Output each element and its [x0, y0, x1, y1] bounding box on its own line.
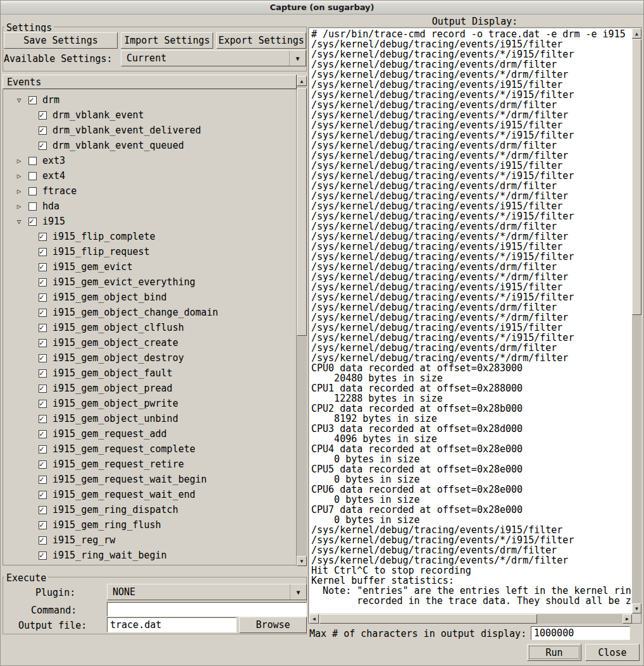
- output-vscrollbar-thumb[interactable]: [632, 39, 641, 315]
- dropdown-zone[interactable]: ▼: [289, 51, 306, 66]
- checkbox-i915_ring_wait_begin[interactable]: ✓: [39, 552, 47, 560]
- checkbox-i915_gem_ring_dispatch[interactable]: ✓: [39, 506, 47, 514]
- plugin-dropdown-zone[interactable]: ▼: [290, 584, 306, 600]
- tree-row-i915_gem_object_clflush[interactable]: ✓i915_gem_object_clflush: [3, 320, 296, 335]
- tree-row-drm_vblank_event_queued[interactable]: ✓drm_vblank_event_queued: [3, 138, 296, 153]
- checkbox-i915_flip_complete[interactable]: ✓: [39, 233, 47, 241]
- tree-row-i915_gem_object_create[interactable]: ✓i915_gem_object_create: [3, 335, 296, 350]
- checkbox-i915_gem_request_add[interactable]: ✓: [39, 430, 47, 438]
- checkbox-i915_gem_object_pread[interactable]: ✓: [39, 385, 47, 393]
- output-file-input[interactable]: [107, 617, 237, 632]
- checkbox-i915_gem_object_fault[interactable]: ✓: [39, 369, 47, 378]
- tree-row-i915_ring_wait_begin[interactable]: ✓i915_ring_wait_begin: [3, 548, 296, 563]
- import-settings-button[interactable]: Import Settings: [121, 32, 213, 49]
- output-hscrollbar[interactable]: ◀ ▶: [309, 614, 632, 624]
- checkbox-i915_gem_object_create[interactable]: ✓: [39, 339, 47, 347]
- checkbox-i915_gem_object_change_domain[interactable]: ✓: [39, 309, 47, 317]
- checkbox-ext4[interactable]: [28, 172, 37, 180]
- tree-row-ext4[interactable]: ▷ext4: [3, 168, 296, 183]
- expander-closed-icon[interactable]: ▷: [15, 172, 23, 180]
- checkbox-i915_gem_ring_flush[interactable]: ✓: [39, 521, 47, 529]
- tree-row-i915_gem_request_complete[interactable]: ✓i915_gem_request_complete: [3, 441, 296, 457]
- expander-open-icon[interactable]: ▽: [15, 96, 23, 104]
- checkbox-i915[interactable]: ✓: [28, 218, 37, 226]
- save-settings-button[interactable]: Save Settings: [4, 32, 118, 49]
- check-icon: ✓: [39, 110, 44, 120]
- checkbox-i915_gem_object_destroy[interactable]: ✓: [39, 354, 47, 362]
- tree-row-i915_gem_request_add[interactable]: ✓i915_gem_request_add: [3, 426, 296, 441]
- tree-row-i915_gem_object_fault[interactable]: ✓i915_gem_object_fault: [3, 366, 296, 381]
- tree-row-i915_gem_request_retire[interactable]: ✓i915_gem_request_retire: [3, 457, 296, 472]
- checkbox-i915_reg_rw[interactable]: ✓: [39, 536, 47, 545]
- tree-row-i915_gem_object_change_domain[interactable]: ✓i915_gem_object_change_domain: [3, 305, 296, 320]
- checkbox-i915_gem_evict_everything[interactable]: ✓: [39, 278, 47, 287]
- output-scroll-left-icon[interactable]: ◀: [309, 614, 319, 624]
- tree-row-i915_reg_rw[interactable]: ✓i915_reg_rw: [3, 533, 296, 548]
- checkbox-drm[interactable]: ✓: [28, 96, 37, 104]
- plugin-combo[interactable]: NONE ▼: [107, 584, 307, 600]
- checkbox-i915_gem_request_retire[interactable]: ✓: [39, 460, 47, 469]
- checkbox-i915_gem_request_complete[interactable]: ✓: [39, 445, 47, 453]
- expander-closed-icon[interactable]: ▷: [15, 157, 23, 165]
- output-scroll-right-icon[interactable]: ▶: [622, 614, 632, 624]
- tree-row-ext3[interactable]: ▷ext3: [3, 153, 296, 168]
- tree-row-i915_gem_evict_everything[interactable]: ✓i915_gem_evict_everything: [3, 274, 296, 290]
- max-chars-input[interactable]: [531, 626, 630, 640]
- checkbox-i915_gem_evict[interactable]: ✓: [39, 263, 47, 271]
- output-vscrollbar[interactable]: ▲ ▼: [632, 28, 641, 614]
- events-scrollbar[interactable]: ▲ ▼: [297, 76, 307, 566]
- tree-row-i915_flip_complete[interactable]: ✓i915_flip_complete: [3, 229, 296, 244]
- checkbox-i915_gem_object_unbind[interactable]: ✓: [39, 415, 47, 423]
- checkbox-i915_gem_object_clflush[interactable]: ✓: [39, 324, 47, 332]
- tree-row-i915[interactable]: ▽✓i915: [3, 214, 296, 229]
- checkbox-ftrace[interactable]: [28, 187, 37, 195]
- tree-row-drm_vblank_event_delivered[interactable]: ✓drm_vblank_event_delivered: [3, 123, 296, 138]
- tree-row-i915_gem_request_wait_begin[interactable]: ✓i915_gem_request_wait_begin: [3, 472, 296, 487]
- title-bar[interactable]: Capture (on sugarbay): [1, 1, 643, 15]
- checkbox-hda[interactable]: [28, 202, 37, 211]
- checkbox-i915_gem_request_wait_end[interactable]: ✓: [39, 491, 47, 499]
- tree-row-i915_gem_evict[interactable]: ✓i915_gem_evict: [3, 259, 296, 274]
- available-settings-combo[interactable]: Current ▼: [121, 50, 306, 66]
- tree-row-hda[interactable]: ▷hda: [3, 199, 296, 214]
- checkbox-drm_vblank_event_delivered[interactable]: ✓: [39, 126, 47, 135]
- checkbox-i915_flip_request[interactable]: ✓: [39, 248, 47, 256]
- events-tree[interactable]: ▽✓drm✓drm_vblank_event✓drm_vblank_event_…: [3, 89, 297, 565]
- tree-row-i915_gem_object_unbind[interactable]: ✓i915_gem_object_unbind: [3, 411, 296, 426]
- export-settings-button[interactable]: Export Settings: [216, 32, 306, 49]
- expander-open-icon[interactable]: ▽: [15, 218, 23, 226]
- run-button[interactable]: Run: [527, 644, 581, 661]
- tree-row-i915_gem_object_pread[interactable]: ✓i915_gem_object_pread: [3, 381, 296, 396]
- expander-closed-icon[interactable]: ▷: [15, 187, 23, 195]
- checkbox-ext3[interactable]: [28, 157, 37, 165]
- browse-button[interactable]: Browse: [239, 617, 307, 633]
- events-scrollbar-thumb[interactable]: [297, 88, 307, 336]
- tree-row-i915_flip_request[interactable]: ✓i915_flip_request: [3, 244, 296, 259]
- expander-closed-icon[interactable]: ▷: [15, 202, 23, 211]
- output-text[interactable]: # /usr/bin/trace-cmd record -o trace.dat…: [309, 28, 632, 614]
- checkbox-i915_gem_object_pwrite[interactable]: ✓: [39, 400, 47, 408]
- tree-row-i915_gem_object_destroy[interactable]: ✓i915_gem_object_destroy: [3, 350, 296, 366]
- tree-row-drm_vblank_event[interactable]: ✓drm_vblank_event: [3, 108, 296, 123]
- output-hscrollbar-thumb[interactable]: [319, 614, 537, 624]
- event-label: hda: [42, 200, 59, 212]
- events-scroll-down-icon[interactable]: ▼: [297, 556, 307, 566]
- tree-row-ftrace[interactable]: ▷ftrace: [3, 183, 296, 199]
- output-scroll-up-icon[interactable]: ▲: [632, 28, 641, 39]
- checkbox-drm_vblank_event_queued[interactable]: ✓: [39, 142, 47, 150]
- output-scroll-down-icon[interactable]: ▼: [632, 603, 641, 614]
- checkbox-i915_gem_request_wait_begin[interactable]: ✓: [39, 476, 47, 484]
- tree-row-i915_gem_ring_flush[interactable]: ✓i915_gem_ring_flush: [3, 517, 296, 533]
- command-input[interactable]: [107, 602, 307, 617]
- tree-row-drm[interactable]: ▽✓drm: [3, 92, 296, 108]
- window-title: Capture (on sugarbay): [269, 3, 374, 12]
- tree-row-i915_gem_object_pwrite[interactable]: ✓i915_gem_object_pwrite: [3, 396, 296, 411]
- tree-row-i915_gem_object_bind[interactable]: ✓i915_gem_object_bind: [3, 290, 296, 305]
- events-scroll-up-icon[interactable]: ▲: [297, 76, 307, 86]
- checkbox-i915_gem_object_bind[interactable]: ✓: [39, 293, 47, 302]
- tree-row-i915_gem_ring_dispatch[interactable]: ✓i915_gem_ring_dispatch: [3, 502, 296, 517]
- events-column-header[interactable]: Events: [3, 75, 297, 89]
- checkbox-drm_vblank_event[interactable]: ✓: [39, 111, 47, 120]
- close-button[interactable]: Close: [585, 644, 640, 661]
- tree-row-i915_gem_request_wait_end[interactable]: ✓i915_gem_request_wait_end: [3, 487, 296, 502]
